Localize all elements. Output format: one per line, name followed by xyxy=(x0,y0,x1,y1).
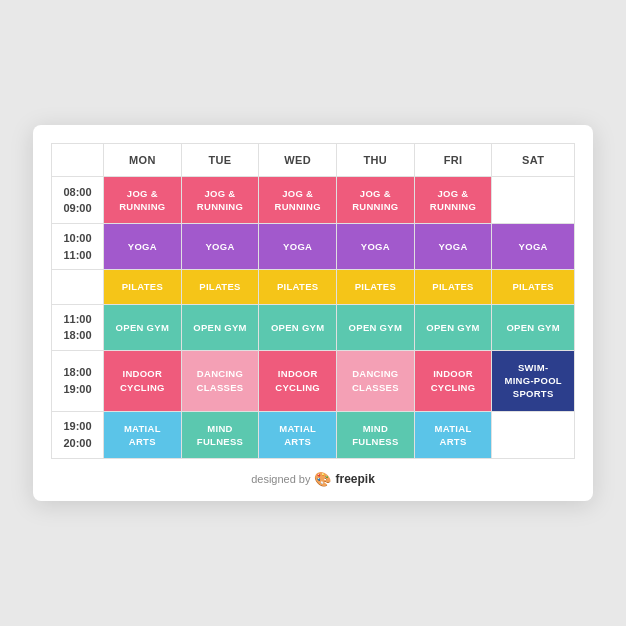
time-cell-2 xyxy=(52,270,104,304)
brand-name: freepik xyxy=(335,472,374,486)
table-row: PILATESPILATESPILATESPILATESPILATESPILAT… xyxy=(52,270,575,304)
class-cell-4-3: DANCING CLASSES xyxy=(337,350,415,411)
header-fri: FRI xyxy=(414,143,492,176)
class-cell-1-2: YOGA xyxy=(259,224,337,270)
header-mon: MON xyxy=(104,143,182,176)
header-sat: SAT xyxy=(492,143,575,176)
class-cell-5-5-empty xyxy=(492,411,575,459)
class-cell-1-4: YOGA xyxy=(414,224,492,270)
time-cell-0: 08:00 09:00 xyxy=(52,176,104,224)
class-cell-5-3: MIND FULNESS xyxy=(337,411,415,459)
class-cell-1-5: YOGA xyxy=(492,224,575,270)
class-cell-1-1: YOGA xyxy=(181,224,259,270)
class-cell-0-5-empty xyxy=(492,176,575,224)
class-cell-1-0: YOGA xyxy=(104,224,182,270)
class-cell-4-4: INDOOR CYCLING xyxy=(414,350,492,411)
class-cell-3-1: OPEN GYM xyxy=(181,304,259,350)
table-row: 08:00 09:00JOG & RUNNINGJOG & RUNNINGJOG… xyxy=(52,176,575,224)
schedule-card: MONTUEWEDTHUFRISAT 08:00 09:00JOG & RUNN… xyxy=(33,125,593,501)
time-cell-5: 19:00 20:00 xyxy=(52,411,104,459)
time-cell-3: 11:00 18:00 xyxy=(52,304,104,350)
class-cell-2-2: PILATES xyxy=(259,270,337,304)
class-cell-5-2: MATIAL ARTS xyxy=(259,411,337,459)
class-cell-2-3: PILATES xyxy=(337,270,415,304)
footer: designed by 🎨 freepik xyxy=(51,471,575,487)
class-cell-0-0: JOG & RUNNING xyxy=(104,176,182,224)
class-cell-1-3: YOGA xyxy=(337,224,415,270)
class-cell-0-3: JOG & RUNNING xyxy=(337,176,415,224)
table-row: 10:00 11:00YOGAYOGAYOGAYOGAYOGAYOGA xyxy=(52,224,575,270)
header-empty xyxy=(52,143,104,176)
class-cell-0-1: JOG & RUNNING xyxy=(181,176,259,224)
schedule-table: MONTUEWEDTHUFRISAT 08:00 09:00JOG & RUNN… xyxy=(51,143,575,459)
class-cell-0-2: JOG & RUNNING xyxy=(259,176,337,224)
class-cell-3-4: OPEN GYM xyxy=(414,304,492,350)
class-cell-2-0: PILATES xyxy=(104,270,182,304)
class-cell-4-5: SWIM- MING-POOL SPORTS xyxy=(492,350,575,411)
class-cell-2-5: PILATES xyxy=(492,270,575,304)
class-cell-2-1: PILATES xyxy=(181,270,259,304)
class-cell-5-4: MATIAL ARTS xyxy=(414,411,492,459)
table-row: 19:00 20:00MATIAL ARTSMIND FULNESSMATIAL… xyxy=(52,411,575,459)
header-wed: WED xyxy=(259,143,337,176)
class-cell-2-4: PILATES xyxy=(414,270,492,304)
class-cell-3-3: OPEN GYM xyxy=(337,304,415,350)
table-row: 18:00 19:00INDOOR CYCLINGDANCING CLASSES… xyxy=(52,350,575,411)
class-cell-3-0: OPEN GYM xyxy=(104,304,182,350)
class-cell-3-5: OPEN GYM xyxy=(492,304,575,350)
header-tue: TUE xyxy=(181,143,259,176)
class-cell-3-2: OPEN GYM xyxy=(259,304,337,350)
class-cell-4-1: DANCING CLASSES xyxy=(181,350,259,411)
class-cell-4-2: INDOOR CYCLING xyxy=(259,350,337,411)
table-row: 11:00 18:00OPEN GYMOPEN GYMOPEN GYMOPEN … xyxy=(52,304,575,350)
footer-text: designed by xyxy=(251,473,310,485)
class-cell-5-1: MIND FULNESS xyxy=(181,411,259,459)
time-cell-1: 10:00 11:00 xyxy=(52,224,104,270)
header-thu: THU xyxy=(337,143,415,176)
class-cell-5-0: MATIAL ARTS xyxy=(104,411,182,459)
class-cell-0-4: JOG & RUNNING xyxy=(414,176,492,224)
time-cell-4: 18:00 19:00 xyxy=(52,350,104,411)
class-cell-4-0: INDOOR CYCLING xyxy=(104,350,182,411)
freepik-icon: 🎨 xyxy=(314,471,331,487)
